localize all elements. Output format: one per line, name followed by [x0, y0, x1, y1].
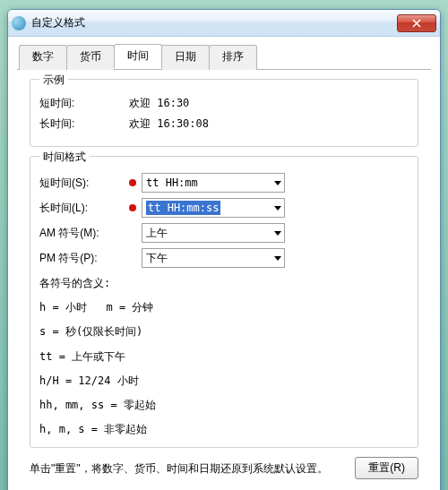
format-group-title: 时间格式 [39, 150, 90, 165]
legend-l2: s = 秒(仅限长时间) [39, 323, 409, 340]
long-format-value: tt HH:mm:ss [146, 201, 220, 215]
app-icon [12, 16, 26, 30]
tab-area: 数字 货币 时间 日期 排序 示例 短时间: 欢迎 16:30 长时间: 欢迎 … [8, 37, 440, 490]
tab-time[interactable]: 时间 [114, 44, 162, 69]
legend-title: 各符号的含义: [39, 275, 409, 292]
chevron-down-icon [274, 181, 281, 185]
chevron-down-icon [274, 256, 281, 261]
tab-content: 示例 短时间: 欢迎 16:30 长时间: 欢迎 16:30:08 时间格式 短… [17, 70, 431, 486]
reset-row: 单击"重置"，将数字、货币、时间和日期还原到系统默认设置。 重置(R) [30, 457, 418, 479]
chevron-down-icon [274, 231, 281, 236]
modified-dot-icon [129, 204, 136, 211]
am-combo[interactable]: 上午 [142, 223, 285, 243]
example-group-title: 示例 [39, 73, 68, 88]
am-value: 上午 [146, 226, 168, 241]
titlebar: 自定义格式 [8, 10, 440, 37]
example-long-row: 长时间: 欢迎 16:30:08 [39, 116, 409, 132]
long-format-label: 长时间(L): [39, 201, 129, 216]
tab-sort[interactable]: 排序 [209, 45, 257, 70]
legend-l6: h, m, s = 非零起始 [39, 421, 409, 438]
short-format-value: tt HH:mm [146, 176, 198, 189]
example-group: 示例 短时间: 欢迎 16:30 长时间: 欢迎 16:30:08 [30, 79, 418, 147]
example-short-row: 短时间: 欢迎 16:30 [39, 96, 409, 111]
modified-dot-icon [129, 179, 136, 186]
pm-label: PM 符号(P): [39, 251, 129, 266]
long-format-row: 长时间(L): tt HH:mm:ss [39, 198, 409, 218]
example-long-value: 欢迎 16:30:08 [129, 116, 209, 132]
tab-currency[interactable]: 货币 [66, 45, 115, 70]
am-row: AM 符号(M): 上午 [39, 223, 409, 243]
window-title: 自定义格式 [31, 15, 397, 30]
example-short-value: 欢迎 16:30 [129, 96, 189, 111]
long-format-combo[interactable]: tt HH:mm:ss [142, 198, 285, 218]
tab-number[interactable]: 数字 [19, 45, 67, 70]
tab-strip: 数字 货币 时间 日期 排序 [17, 44, 431, 70]
short-format-label: 短时间(S): [39, 176, 129, 191]
pm-value: 下午 [146, 251, 168, 266]
tab-date[interactable]: 日期 [161, 45, 210, 70]
legend-l4: h/H = 12/24 小时 [39, 373, 409, 390]
pm-combo[interactable]: 下午 [142, 248, 285, 268]
close-button[interactable] [397, 14, 436, 32]
example-short-label: 短时间: [39, 96, 129, 111]
legend-block: 各符号的含义: h = 小时 m = 分钟 s = 秒(仅限长时间) tt = … [39, 275, 409, 438]
dialog-window: 自定义格式 数字 货币 时间 日期 排序 示例 短时间: 欢迎 16:30 长时… [7, 9, 441, 490]
close-icon [412, 19, 421, 28]
reset-text: 单击"重置"，将数字、货币、时间和日期还原到系统默认设置。 [30, 460, 346, 477]
short-format-row: 短时间(S): tt HH:mm [39, 173, 409, 193]
legend-l1: h = 小时 m = 分钟 [39, 299, 409, 316]
pm-row: PM 符号(P): 下午 [39, 248, 409, 268]
legend-l3: tt = 上午或下午 [39, 348, 409, 365]
reset-button[interactable]: 重置(R) [355, 457, 418, 479]
legend-l5: hh, mm, ss = 零起始 [39, 397, 409, 414]
am-label: AM 符号(M): [39, 226, 129, 241]
chevron-down-icon [274, 206, 281, 211]
example-long-label: 长时间: [39, 116, 129, 132]
short-format-combo[interactable]: tt HH:mm [142, 173, 285, 193]
format-group: 时间格式 短时间(S): tt HH:mm 长时间(L): [30, 156, 418, 448]
